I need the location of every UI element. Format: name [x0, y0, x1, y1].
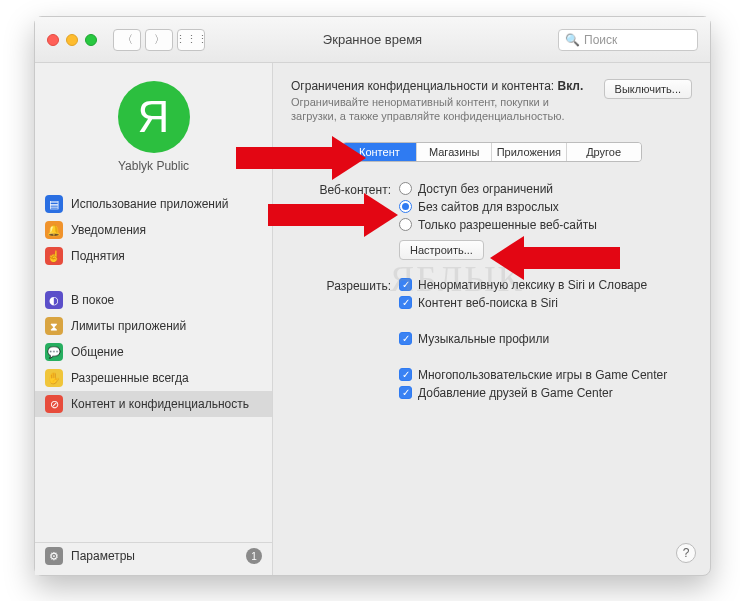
sidebar-item-notifications[interactable]: 🔔 Уведомления: [35, 217, 272, 243]
tab-label: Магазины: [429, 146, 479, 158]
sidebar: Я Yablyk Public ▤ Использование приложен…: [35, 63, 273, 575]
options-badge: 1: [246, 548, 262, 564]
option-label: Только разрешенные веб-сайты: [418, 218, 597, 232]
option-label: Добавление друзей в Game Center: [418, 386, 613, 400]
sidebar-item-pickups[interactable]: ☝ Поднятия: [35, 243, 272, 269]
pickups-icon: ☝: [45, 247, 63, 265]
sidebar-group-2: ◐ В покое ⧗ Лимиты приложений 💬 Общение …: [35, 287, 272, 417]
button-label: Настроить...: [410, 244, 473, 256]
sidebar-item-label: Параметры: [71, 549, 135, 563]
nav-buttons: 〈 〉 ⋮⋮⋮: [113, 29, 205, 51]
tab-content[interactable]: Контент: [343, 143, 418, 161]
search-icon: 🔍: [565, 33, 580, 47]
sidebar-item-app-usage[interactable]: ▤ Использование приложений: [35, 191, 272, 217]
section-title: Ограничения конфиденциальности и контент…: [291, 79, 594, 93]
check-music-profiles[interactable]: ✓Музыкальные профили: [399, 332, 692, 346]
tab-label: Другое: [586, 146, 621, 158]
window-controls: [47, 34, 97, 46]
sidebar-item-label: В покое: [71, 293, 114, 307]
checkbox-icon: ✓: [399, 278, 412, 291]
sidebar-item-app-limits[interactable]: ⧗ Лимиты приложений: [35, 313, 272, 339]
radio-icon: [399, 218, 412, 231]
tab-apps[interactable]: Приложения: [492, 143, 567, 161]
avatar-initial: Я: [138, 92, 170, 142]
turn-off-button[interactable]: Выключить...: [604, 79, 692, 99]
sidebar-item-label: Лимиты приложений: [71, 319, 186, 333]
option-label: Музыкальные профили: [418, 332, 549, 346]
check-siri-profanity[interactable]: ✓Ненормативную лексику в Siri и Словаре: [399, 278, 692, 292]
hourglass-icon: ⧗: [45, 317, 63, 335]
checkbox-icon: ✓: [399, 296, 412, 309]
sidebar-item-label: Общение: [71, 345, 124, 359]
back-button[interactable]: 〈: [113, 29, 141, 51]
help-button[interactable]: ?: [676, 543, 696, 563]
sidebar-item-downtime[interactable]: ◐ В покое: [35, 287, 272, 313]
web-content-label: Веб-контент:: [291, 182, 391, 260]
checkbox-icon: ✓: [399, 386, 412, 399]
tab-label: Контент: [359, 146, 400, 158]
allow-label: Разрешить:: [291, 278, 391, 400]
sidebar-item-label: Уведомления: [71, 223, 146, 237]
sidebar-item-always-allowed[interactable]: ✋ Разрешенные всегда: [35, 365, 272, 391]
allow-options: ✓Ненормативную лексику в Siri и Словаре …: [399, 278, 692, 400]
header-row: Ограничения конфиденциальности и контент…: [291, 79, 692, 124]
section-title-prefix: Ограничения конфиденциальности и контент…: [291, 79, 557, 93]
segmented-control: Контент Магазины Приложения Другое: [342, 142, 642, 162]
tab-stores[interactable]: Магазины: [417, 143, 492, 161]
avatar: Я: [118, 81, 190, 153]
window-body: Я Yablyk Public ▤ Использование приложен…: [35, 63, 710, 575]
profile-name: Yablyk Public: [118, 159, 189, 173]
radio-limit-adult[interactable]: Без сайтов для взрослых: [399, 200, 692, 214]
configure-button[interactable]: Настроить...: [399, 240, 484, 260]
bell-icon: 🔔: [45, 221, 63, 239]
tab-label: Приложения: [497, 146, 561, 158]
option-label: Без сайтов для взрослых: [418, 200, 559, 214]
option-label: Контент веб-поиска в Siri: [418, 296, 558, 310]
option-label: Ненормативную лексику в Siri и Словаре: [418, 278, 647, 292]
prefs-window: 〈 〉 ⋮⋮⋮ Экранное время 🔍 Поиск Я Yablyk …: [34, 16, 711, 576]
check-gc-friends[interactable]: ✓Добавление друзей в Game Center: [399, 386, 692, 400]
checkbox-icon: ✓: [399, 368, 412, 381]
check-siri-websearch[interactable]: ✓Контент веб-поиска в Siri: [399, 296, 692, 310]
search-input[interactable]: 🔍 Поиск: [558, 29, 698, 51]
sidebar-item-communication[interactable]: 💬 Общение: [35, 339, 272, 365]
sidebar-group-1: ▤ Использование приложений 🔔 Уведомления…: [35, 191, 272, 269]
zoom-icon[interactable]: [85, 34, 97, 46]
content-form: Веб-контент: Доступ без ограничений Без …: [291, 182, 692, 400]
no-entry-icon: ⊘: [45, 395, 63, 413]
option-label: Доступ без ограничений: [418, 182, 553, 196]
close-icon[interactable]: [47, 34, 59, 46]
hand-icon: ✋: [45, 369, 63, 387]
sidebar-footer: ⚙ Параметры 1: [35, 542, 272, 569]
checkbox-icon: ✓: [399, 332, 412, 345]
grid-button[interactable]: ⋮⋮⋮: [177, 29, 205, 51]
main-panel: Ограничения конфиденциальности и контент…: [273, 63, 710, 575]
button-label: Выключить...: [615, 83, 681, 95]
forward-button[interactable]: 〉: [145, 29, 173, 51]
radio-allowed-only[interactable]: Только разрешенные веб-сайты: [399, 218, 692, 232]
sidebar-item-label: Использование приложений: [71, 197, 228, 211]
minimize-icon[interactable]: [66, 34, 78, 46]
radio-icon: [399, 200, 412, 213]
profile-block: Я Yablyk Public: [35, 69, 272, 183]
section-title-state: Вкл.: [557, 79, 583, 93]
window-title: Экранное время: [323, 32, 422, 47]
gear-icon: ⚙: [45, 547, 63, 565]
radio-unrestricted[interactable]: Доступ без ограничений: [399, 182, 692, 196]
titlebar: 〈 〉 ⋮⋮⋮ Экранное время 🔍 Поиск: [35, 17, 710, 63]
search-placeholder: Поиск: [584, 33, 617, 47]
app-usage-icon: ▤: [45, 195, 63, 213]
web-content-options: Доступ без ограничений Без сайтов для вз…: [399, 182, 692, 260]
sidebar-item-content-privacy[interactable]: ⊘ Контент и конфиденциальность: [35, 391, 272, 417]
sidebar-item-label: Поднятия: [71, 249, 125, 263]
section-subtitle: Ограничивайте ненормативный контент, пок…: [291, 95, 594, 124]
check-gc-multiplayer[interactable]: ✓Многопользовательские игры в Game Cente…: [399, 368, 692, 382]
radio-icon: [399, 182, 412, 195]
chat-icon: 💬: [45, 343, 63, 361]
option-label: Многопользовательские игры в Game Center: [418, 368, 667, 382]
tab-other[interactable]: Другое: [567, 143, 641, 161]
sidebar-item-label: Контент и конфиденциальность: [71, 397, 249, 411]
sidebar-item-options[interactable]: ⚙ Параметры 1: [35, 543, 272, 569]
sidebar-item-label: Разрешенные всегда: [71, 371, 189, 385]
moon-icon: ◐: [45, 291, 63, 309]
